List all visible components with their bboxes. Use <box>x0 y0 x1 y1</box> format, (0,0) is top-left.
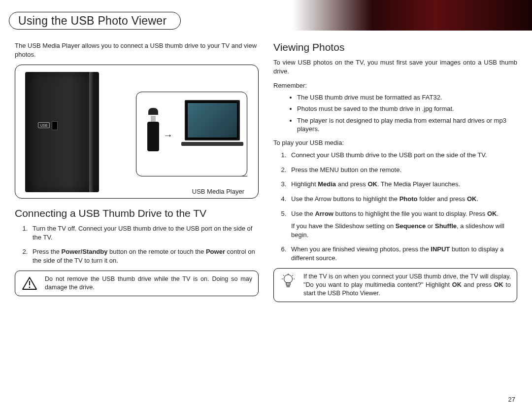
slideshow-sub-note: If you have the Slideshow setting on Seq… <box>291 222 517 239</box>
tv-side-panel <box>25 72 99 192</box>
figure-inset: → <box>136 92 247 176</box>
connect-steps: Turn the TV off. Connect your USB thumb … <box>30 224 259 265</box>
play-step-5: Use the Arrow buttons to highlight the f… <box>288 209 517 240</box>
right-section-heading: Viewing Photos <box>273 41 517 53</box>
chapter-title-pill: Using the USB Photo Viewer <box>9 12 181 30</box>
tip-note: If the TV is on when you connect your US… <box>273 268 517 302</box>
svg-point-1 <box>29 287 31 288</box>
right-intro: To view USB photos on the TV, you must f… <box>273 58 517 75</box>
usb-thumb-drive-icon <box>147 122 159 151</box>
play-step-3: Highlight Media and press OK. The Media … <box>288 180 517 189</box>
play-step-6: When you are finished viewing photos, pr… <box>288 245 517 262</box>
figure-caption: USB Media Player <box>192 188 244 195</box>
left-intro: The USB Media Player allows you to conne… <box>15 41 259 59</box>
play-step-1: Connect your USB thumb drive to the USB … <box>288 151 517 160</box>
toplay-label: To play your USB media: <box>273 138 517 147</box>
left-section-heading: Connecting a USB Thumb Drive to the TV <box>15 207 259 219</box>
remember-item-2: Photos must be saved to the thumb drive … <box>297 104 517 113</box>
usb-port <box>52 121 58 130</box>
play-steps: Connect your USB thumb drive to the USB … <box>288 151 517 262</box>
svg-point-2 <box>284 275 293 283</box>
caption-connector-line <box>178 176 247 176</box>
remember-item-3: The player is not designed to play media… <box>297 116 517 134</box>
right-column: Viewing Photos To view USB photos on the… <box>273 41 517 302</box>
chapter-title: Using the USB Photo Viewer <box>18 14 166 28</box>
figure-usb-media-player: USB → USB Media Player <box>15 65 259 199</box>
connect-step-2: Press the Power/Standby button on the re… <box>30 247 259 265</box>
warning-note: Do not remove the USB thumb drive while … <box>15 271 259 296</box>
connect-step-1: Turn the TV off. Connect your USB thumb … <box>30 224 259 241</box>
lightbulb-icon <box>280 273 297 289</box>
page-content: The USB Media Player allows you to conne… <box>0 31 532 302</box>
remember-label: Remember: <box>273 81 517 90</box>
svg-line-7 <box>283 275 284 276</box>
tv-side-edge <box>89 72 94 192</box>
chapter-header-bar: Using the USB Photo Viewer <box>0 0 532 31</box>
mini-tv-icon <box>185 100 240 140</box>
remember-list: The USB thumb drive must be formatted as… <box>297 93 517 134</box>
left-column: The USB Media Player allows you to conne… <box>15 41 259 302</box>
svg-line-8 <box>292 275 293 276</box>
remember-item-1: The USB thumb drive must be formatted as… <box>297 93 517 102</box>
mini-tv-screen <box>188 103 237 137</box>
warning-text: Do not remove the USB thumb drive while … <box>45 275 252 292</box>
play-step-4: Use the Arrow buttons to highlight the P… <box>288 195 517 204</box>
warning-icon <box>21 275 38 292</box>
usb-port-label: USB <box>38 122 50 128</box>
play-step-2: Press the MENU button on the remote. <box>288 166 517 174</box>
arrow-right-icon: → <box>163 130 173 141</box>
tip-text: If the TV is on when you connect your US… <box>303 273 511 298</box>
page-number: 27 <box>508 396 515 403</box>
